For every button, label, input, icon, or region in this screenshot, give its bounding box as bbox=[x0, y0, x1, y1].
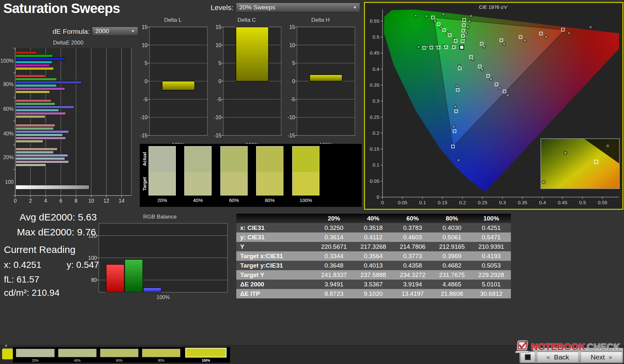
table-cell: 217.3268 bbox=[354, 242, 393, 251]
page-title: Saturation Sweeps bbox=[3, 1, 120, 16]
measured-point bbox=[567, 32, 570, 35]
measured-point bbox=[457, 159, 460, 162]
table-cell: 3.5367 bbox=[354, 280, 393, 289]
svg-text:0.45: 0.45 bbox=[370, 50, 379, 56]
swatch-level-label: 80% bbox=[256, 197, 283, 203]
logo-text-gray: CHECK bbox=[587, 342, 620, 352]
sweep-swatch-60%[interactable] bbox=[100, 349, 138, 357]
delta-bar bbox=[236, 27, 268, 81]
current-reading-label: Current Reading bbox=[4, 244, 75, 255]
table-cell: 0.3783 bbox=[393, 223, 432, 232]
svg-text:-15: -15 bbox=[288, 133, 295, 138]
actual-swatch-60% bbox=[221, 146, 247, 172]
table-row: x: CIE310.32500.35180.37830.40300.4251 bbox=[236, 223, 511, 232]
svg-text:0.3: 0.3 bbox=[372, 98, 379, 104]
target-swatch-20% bbox=[149, 172, 176, 195]
delta-h-title: Delta H bbox=[282, 17, 359, 23]
measured-point bbox=[414, 14, 417, 17]
svg-text:80: 80 bbox=[91, 277, 97, 283]
sweep-swatch-100%[interactable] bbox=[185, 348, 227, 358]
delta-c-chart: 151050-5-10-15100% bbox=[208, 23, 285, 153]
svg-text:15: 15 bbox=[142, 24, 148, 30]
table-row-label: ΔE 2000 bbox=[236, 280, 314, 289]
next-label: Next bbox=[591, 353, 605, 361]
table-cell: 0.5061 bbox=[432, 232, 472, 242]
de-bar-magenta bbox=[16, 112, 66, 115]
svg-text:0.5: 0.5 bbox=[372, 34, 379, 40]
svg-text:0.1: 0.1 bbox=[419, 200, 426, 205]
measured-point bbox=[483, 45, 486, 48]
svg-text:15: 15 bbox=[215, 24, 221, 30]
svg-text:15: 15 bbox=[289, 24, 295, 30]
de-bar-red bbox=[16, 148, 57, 150]
measured-point bbox=[589, 26, 592, 29]
table-cell: 9.1020 bbox=[354, 289, 393, 298]
measured-point bbox=[481, 68, 484, 71]
measured-point bbox=[440, 26, 443, 29]
svg-text:0: 0 bbox=[145, 79, 148, 84]
actual-swatch-80% bbox=[256, 146, 283, 172]
svg-text:0: 0 bbox=[218, 79, 221, 84]
delta-bar bbox=[310, 75, 342, 81]
svg-text:100: 100 bbox=[5, 179, 14, 185]
svg-text:-5: -5 bbox=[143, 97, 148, 102]
table-col-header: 20% bbox=[314, 214, 354, 223]
de-bar-green bbox=[16, 151, 54, 154]
svg-text:6: 6 bbox=[59, 198, 62, 204]
sweep-swatch-label: 100% bbox=[185, 359, 227, 362]
table-row: ΔE 20003.94913.53673.91944.48655.0101 bbox=[236, 280, 511, 289]
de-bar-cyan bbox=[16, 157, 65, 160]
svg-text:100%: 100% bbox=[157, 295, 170, 300]
svg-text:5: 5 bbox=[218, 60, 221, 66]
mini-color-swatch[interactable] bbox=[2, 348, 13, 359]
de-bar-magenta bbox=[16, 160, 69, 163]
measured-point bbox=[465, 32, 468, 35]
delta-c-title: Delta C bbox=[208, 17, 285, 23]
measured-point bbox=[442, 13, 445, 16]
formula-dropdown[interactable]: 2000 ▼ bbox=[92, 27, 138, 36]
sweep-swatch-40%[interactable] bbox=[58, 349, 97, 357]
de-bar-cyan bbox=[16, 61, 52, 63]
measured-point bbox=[417, 45, 420, 48]
svg-text:20%: 20% bbox=[3, 155, 14, 160]
swatch-pair-80% bbox=[256, 146, 283, 195]
delta-bar bbox=[162, 81, 195, 90]
actual-target-swatch-strip: ActualTarget20%40%60%80%100% bbox=[140, 144, 362, 207]
table-cell: 0.4112 bbox=[354, 232, 393, 242]
table-cell: 0.4358 bbox=[393, 261, 432, 270]
table-row-label: Target x:CIE31 bbox=[236, 251, 314, 261]
table-cell: 0.5471 bbox=[472, 232, 511, 242]
table-cell: 3.9194 bbox=[393, 280, 432, 289]
table-cell: 210.9391 bbox=[472, 242, 511, 251]
de-bar-yellow bbox=[16, 164, 46, 166]
svg-text:0.35: 0.35 bbox=[518, 200, 527, 205]
table-row: Target Y241.8337237.5888234.3272231.7675… bbox=[236, 270, 511, 280]
sweep-swatch-20%[interactable] bbox=[16, 349, 55, 357]
deltae-chart-title: DeltaE 2000 bbox=[0, 40, 136, 46]
table-col-header: 100% bbox=[472, 214, 511, 223]
de-bar-red bbox=[16, 99, 51, 102]
table-cell: 212.9165 bbox=[432, 242, 472, 251]
measured-point bbox=[426, 45, 429, 48]
de-bar-magenta bbox=[16, 137, 66, 139]
table-row-label: x: CIE31 bbox=[236, 223, 314, 232]
levels-dropdown[interactable]: 20% Sweeps ▼ bbox=[236, 3, 360, 12]
laptop-check-icon bbox=[515, 340, 530, 354]
de-bar-yellow bbox=[16, 67, 54, 70]
logo-text-red: NOTEBOOK bbox=[531, 342, 586, 352]
table-row-label: Y bbox=[236, 242, 314, 251]
de-bar-red bbox=[16, 51, 37, 54]
avg-de2000: Avg dE2000: 5.63 bbox=[20, 212, 97, 223]
svg-text:-15: -15 bbox=[140, 133, 148, 138]
svg-text:-5: -5 bbox=[291, 97, 295, 102]
svg-text:0.55: 0.55 bbox=[598, 200, 607, 205]
de-bar-green bbox=[16, 103, 55, 105]
reading-x: x: 0.4251 bbox=[4, 260, 41, 270]
sweep-swatch-80%[interactable] bbox=[142, 349, 180, 357]
app-root: { "page": {"title": "Saturation Sweeps"}… bbox=[0, 0, 624, 364]
svg-text:0.05: 0.05 bbox=[398, 200, 407, 205]
measured-point bbox=[446, 32, 449, 35]
table-cell: 0.4030 bbox=[432, 223, 472, 232]
rgb-bar-G bbox=[125, 259, 143, 292]
swatch-pair-20% bbox=[149, 146, 176, 195]
